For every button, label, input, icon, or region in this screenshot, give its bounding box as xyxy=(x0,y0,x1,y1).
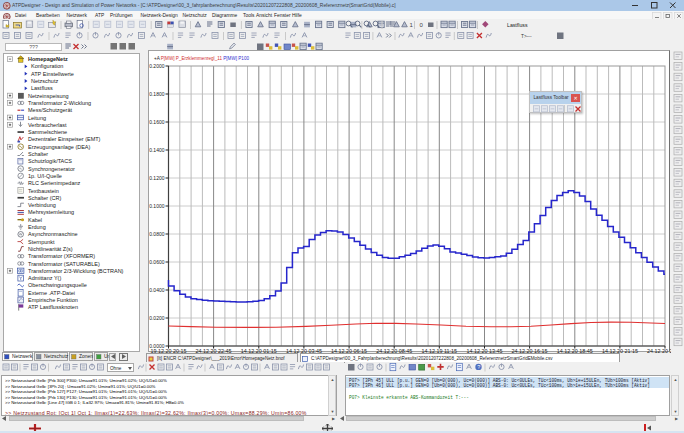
svg-text:Schalter (CR): Schalter (CR) xyxy=(28,195,61,201)
svg-text:1: 1 xyxy=(410,22,414,28)
svg-text:Admittanz Y(): Admittanz Y() xyxy=(28,275,61,281)
svg-text:0.1800: 0.1800 xyxy=(149,91,165,97)
svg-text:RLC Serienimpedanz: RLC Serienimpedanz xyxy=(28,180,81,186)
svg-text:Textbaustein: Textbaustein xyxy=(28,188,59,194)
svg-text:Transformator (XFORMER): Transformator (XFORMER) xyxy=(28,253,95,259)
svg-text:Kabel: Kabel xyxy=(28,217,42,223)
svg-text:Lastfluss: Lastfluss xyxy=(31,85,53,91)
svg-text:Lastfluss: Lastfluss xyxy=(507,22,528,28)
svg-text:Schutzlogik/TACS: Schutzlogik/TACS xyxy=(28,158,72,164)
svg-text:Schalter: Schalter xyxy=(28,151,48,157)
svg-text:Konfiguration: Konfiguration xyxy=(31,63,63,69)
svg-text:0.2000: 0.2000 xyxy=(149,63,165,69)
svg-text:Nichtlinearität Z(s): Nichtlinearität Z(s) xyxy=(28,246,73,252)
svg-text:Leitung: Leitung xyxy=(28,115,46,121)
svg-text:0.0600: 0.0600 xyxy=(149,259,165,265)
svg-text:ATP Lastflussknoten: ATP Lastflussknoten xyxy=(28,304,78,310)
svg-text:Verbraucherlast: Verbraucherlast xyxy=(28,122,67,128)
svg-text:Erdung: Erdung xyxy=(28,224,46,230)
svg-text:Dezentraler Einspeiser (EMT): Dezentraler Einspeiser (EMT) xyxy=(28,136,101,142)
svg-text:Asynchronmaschine: Asynchronmaschine xyxy=(28,231,78,237)
svg-text:Sammelschiene: Sammelschiene xyxy=(28,129,67,135)
svg-text:Sternpunkt: Sternpunkt xyxy=(28,239,55,245)
svg-text:24.12.20 23:45: 24.12.20 23:45 xyxy=(647,348,671,353)
svg-text:ATP Einstellwerte: ATP Einstellwerte xyxy=(31,71,74,77)
svg-text:Transformator (SATURABLE): Transformator (SATURABLE) xyxy=(28,261,100,267)
svg-text:0.0400: 0.0400 xyxy=(149,287,165,293)
svg-text:Synchrongenerator: Synchrongenerator xyxy=(28,166,75,172)
svg-text:0.1400: 0.1400 xyxy=(149,147,165,153)
svg-text:Netzeinspeisung: Netzeinspeisung xyxy=(28,93,69,99)
svg-text:Verbindung: Verbindung xyxy=(28,202,56,208)
svg-text:1p. U/I-Quelle: 1p. U/I-Quelle xyxy=(28,173,62,179)
svg-text:0.1200: 0.1200 xyxy=(149,175,165,181)
svg-text:?: ? xyxy=(477,364,480,370)
svg-text:Erzeugungsanlage (DEA): Erzeugungsanlage (DEA) xyxy=(28,144,91,150)
svg-text:Mehrsystemleitung: Mehrsystemleitung xyxy=(28,209,74,215)
svg-text:Externe .ATP-Datei: Externe .ATP-Datei xyxy=(28,290,75,296)
svg-text:0.0800: 0.0800 xyxy=(149,231,165,237)
svg-text:Empirische Funktion: Empirische Funktion xyxy=(28,297,78,303)
svg-text:0: 0 xyxy=(420,22,424,28)
svg-text:0.0200: 0.0200 xyxy=(149,315,165,321)
svg-text:Netzschutz: Netzschutz xyxy=(31,78,58,84)
svg-text:Mess/Schutzgerät: Mess/Schutzgerät xyxy=(28,107,72,113)
svg-text:Transformator 2/3-Wicklung (BC: Transformator 2/3-Wicklung (BCTRAN) xyxy=(28,268,124,274)
svg-text:0.1600: 0.1600 xyxy=(149,119,165,125)
svg-text:Transformator 2-Wicklung: Transformator 2-Wicklung xyxy=(28,100,91,106)
svg-text:T>---: T>--- xyxy=(521,34,532,39)
svg-text:Oberschwingungsquelle: Oberschwingungsquelle xyxy=(28,282,87,288)
svg-text:0.1000: 0.1000 xyxy=(149,203,165,209)
svg-text:HomepageNetz: HomepageNetz xyxy=(28,56,68,62)
